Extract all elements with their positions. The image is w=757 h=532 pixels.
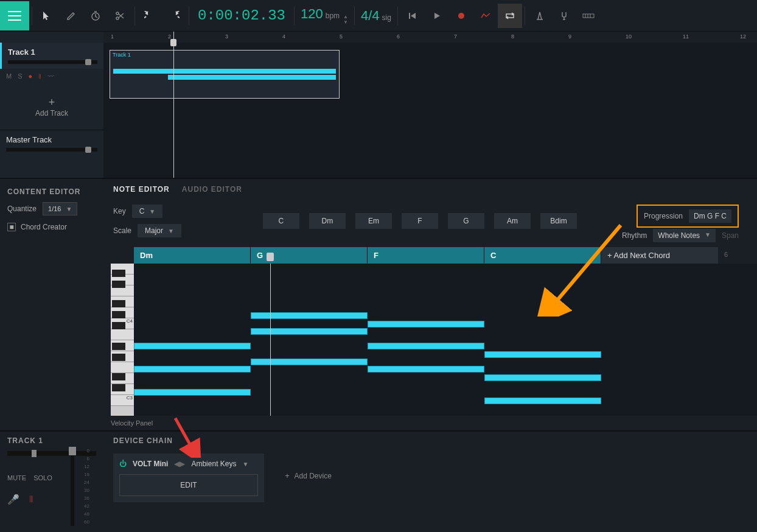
play-icon[interactable] (425, 4, 449, 28)
playhead[interactable] (270, 264, 271, 416)
velocity-panel-label[interactable]: Velocity Panel (103, 416, 757, 430)
skip-start-icon[interactable] (400, 4, 425, 28)
pointer-tool-icon[interactable] (35, 4, 59, 28)
scissors-tool-icon[interactable] (108, 4, 132, 28)
tab-note-editor[interactable]: NOTE EDITOR (113, 185, 170, 194)
timeline[interactable]: 1 2 3 4 5 6 7 8 9 10 11 12 Track 1 (103, 32, 757, 178)
quantize-select[interactable]: 1/16 ▼ (43, 202, 77, 215)
master-track[interactable]: Master Track (0, 130, 103, 156)
midi-clip[interactable]: Track 1 (110, 50, 340, 99)
preset-name[interactable]: Ambient Keys (191, 460, 236, 468)
chord-button-g[interactable]: G (448, 213, 484, 229)
time-display[interactable]: 0:00:02.33 (192, 7, 291, 24)
playhead-handle[interactable] (170, 39, 176, 46)
track-mixer-panel: TRACK 1 MUTE SOLO 🎤 ⦀ 0 6 12 18 24 30 36… (0, 432, 103, 532)
bpm-display[interactable]: 120 bpm ▲▼ (297, 6, 352, 25)
automation-track-icon[interactable]: 〰 (47, 72, 54, 80)
note[interactable] (368, 366, 484, 373)
chord-button-em[interactable]: Em (355, 213, 392, 229)
metronome-icon[interactable] (528, 4, 552, 28)
chord-cell-dm[interactable]: Dm (134, 247, 251, 264)
note[interactable] (368, 343, 484, 349)
chord-button-dm[interactable]: Dm (309, 213, 346, 229)
progression-box: Progression Dm G F C (637, 205, 739, 228)
chord-cell-f[interactable]: F (368, 247, 484, 264)
playhead[interactable] (173, 32, 174, 178)
scale-select[interactable]: Major▼ (138, 224, 181, 237)
piano-keys[interactable]: C4 C3 (111, 264, 134, 416)
ruler-mark: 6 (718, 247, 734, 264)
note[interactable] (484, 374, 601, 381)
instrument-icon[interactable]: ⦀ (29, 494, 33, 505)
chord-creator-label: Chord Creator (21, 223, 67, 231)
note[interactable] (368, 321, 484, 327)
edit-button[interactable]: EDIT (119, 474, 258, 496)
mute-solo-row: MUTE SOLO (7, 474, 96, 481)
mic-icon[interactable]: 🎤 (7, 494, 19, 505)
note[interactable] (484, 351, 601, 358)
add-track-button[interactable]: + Add Track (0, 84, 103, 130)
mute-button[interactable]: M (6, 72, 12, 80)
track-header[interactable]: Track 1 (0, 43, 103, 69)
ruler-mark: 4 (282, 33, 285, 40)
playhead-handle[interactable] (267, 253, 274, 261)
ruler-mark: 8 (511, 33, 514, 40)
timeline-ruler[interactable]: 1 2 3 4 5 6 7 8 9 10 11 12 (103, 32, 757, 43)
plus-icon: + (285, 472, 289, 480)
redo-icon[interactable] (162, 4, 186, 28)
time-signature[interactable]: 4/4 sig (357, 8, 395, 24)
chord-cell-c[interactable]: C (484, 247, 601, 264)
chord-button-c[interactable]: C (263, 213, 299, 229)
key-select[interactable]: C▼ (132, 205, 163, 218)
loop-icon[interactable] (498, 4, 522, 28)
piano-roll-grid[interactable] (134, 264, 757, 416)
add-next-chord-button[interactable]: + Add Next Chord (601, 247, 718, 264)
record-arm-icon[interactable]: ● (29, 72, 33, 80)
tab-audio-editor[interactable]: AUDIO EDITOR (182, 185, 242, 194)
device-box: ⏻ VOLT Mini ◀▶ Ambient Keys ▼ EDIT (113, 453, 264, 502)
note[interactable] (251, 328, 368, 335)
chord-button-bdim[interactable]: Bdim (540, 213, 577, 229)
rhythm-select[interactable]: Whole Notes ▼ (653, 229, 716, 242)
note[interactable] (134, 366, 251, 373)
timer-tool-icon[interactable] (83, 4, 108, 28)
mute-button[interactable]: MUTE (7, 474, 26, 481)
record-icon[interactable] (449, 4, 473, 28)
track-panel: Track 1 M S ● ⦀ 〰 + Add Track Master Tra… (0, 32, 103, 178)
rec-icons: 🎤 ⦀ (7, 494, 96, 505)
menu-button[interactable] (0, 1, 29, 30)
undo-icon[interactable] (138, 4, 162, 28)
sig-value: 4/4 (361, 8, 380, 24)
clip-preview (113, 69, 336, 74)
chord-button-am[interactable]: Am (494, 213, 531, 229)
chevron-down-icon: ▼ (168, 228, 174, 234)
midi-icon[interactable] (576, 4, 601, 28)
note[interactable] (134, 343, 251, 349)
solo-button[interactable]: S (18, 72, 22, 80)
instrument-name[interactable]: VOLT Mini (133, 460, 168, 468)
instrument-icon[interactable]: ⦀ (38, 72, 41, 80)
note[interactable] (484, 397, 601, 404)
chevron-down-icon[interactable]: ▼ (242, 461, 248, 467)
note[interactable] (134, 389, 251, 396)
rhythm-value: Whole Notes (658, 231, 700, 240)
solo-button[interactable]: SOLO (33, 474, 52, 481)
chord-button-f[interactable]: F (402, 213, 438, 229)
add-device-button[interactable]: + Add Device (285, 472, 331, 480)
ruler-mark: 6 (397, 33, 400, 40)
preset-nav-icon[interactable]: ◀▶ (174, 460, 185, 468)
pencil-tool-icon[interactable] (59, 4, 83, 28)
note[interactable] (251, 359, 368, 365)
bpm-value: 120 (301, 6, 323, 22)
progression-input[interactable]: Dm G F C (689, 209, 731, 223)
scale-value: Major (145, 226, 163, 235)
chord-creator-toggle[interactable]: ■ Chord Creator (7, 223, 96, 231)
top-toolbar: 0:00:02.33 120 bpm ▲▼ 4/4 sig (0, 0, 757, 32)
automation-icon[interactable] (473, 4, 498, 28)
power-icon[interactable]: ⏻ (119, 460, 127, 468)
volume-fader[interactable] (71, 447, 74, 526)
note[interactable] (251, 312, 368, 319)
tuning-fork-icon[interactable] (552, 4, 576, 28)
progression-label: Progression (644, 212, 683, 220)
clip-label: Track 1 (110, 51, 339, 59)
